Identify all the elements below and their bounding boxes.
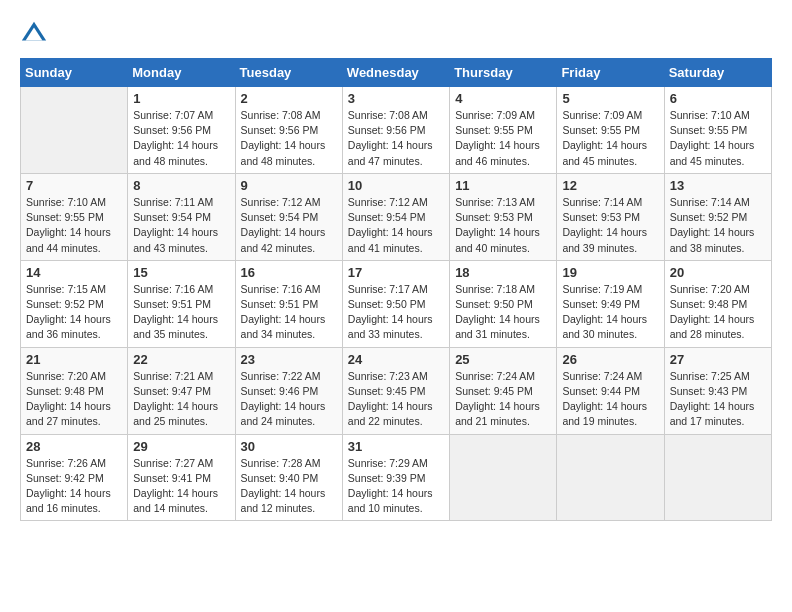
day-info: Sunrise: 7:25 AM Sunset: 9:43 PM Dayligh… (670, 369, 766, 430)
day-info: Sunrise: 7:20 AM Sunset: 9:48 PM Dayligh… (26, 369, 122, 430)
day-cell: 26Sunrise: 7:24 AM Sunset: 9:44 PM Dayli… (557, 347, 664, 434)
week-row-5: 28Sunrise: 7:26 AM Sunset: 9:42 PM Dayli… (21, 434, 772, 521)
day-cell: 11Sunrise: 7:13 AM Sunset: 9:53 PM Dayli… (450, 173, 557, 260)
day-cell: 28Sunrise: 7:26 AM Sunset: 9:42 PM Dayli… (21, 434, 128, 521)
day-info: Sunrise: 7:13 AM Sunset: 9:53 PM Dayligh… (455, 195, 551, 256)
day-info: Sunrise: 7:09 AM Sunset: 9:55 PM Dayligh… (455, 108, 551, 169)
day-info: Sunrise: 7:26 AM Sunset: 9:42 PM Dayligh… (26, 456, 122, 517)
day-number: 19 (562, 265, 658, 280)
day-info: Sunrise: 7:18 AM Sunset: 9:50 PM Dayligh… (455, 282, 551, 343)
day-info: Sunrise: 7:24 AM Sunset: 9:44 PM Dayligh… (562, 369, 658, 430)
day-number: 30 (241, 439, 337, 454)
day-number: 23 (241, 352, 337, 367)
day-info: Sunrise: 7:14 AM Sunset: 9:52 PM Dayligh… (670, 195, 766, 256)
day-number: 28 (26, 439, 122, 454)
day-cell: 24Sunrise: 7:23 AM Sunset: 9:45 PM Dayli… (342, 347, 449, 434)
day-info: Sunrise: 7:19 AM Sunset: 9:49 PM Dayligh… (562, 282, 658, 343)
day-info: Sunrise: 7:11 AM Sunset: 9:54 PM Dayligh… (133, 195, 229, 256)
day-number: 3 (348, 91, 444, 106)
calendar-table: SundayMondayTuesdayWednesdayThursdayFrid… (20, 58, 772, 521)
day-number: 14 (26, 265, 122, 280)
day-number: 5 (562, 91, 658, 106)
day-info: Sunrise: 7:16 AM Sunset: 9:51 PM Dayligh… (241, 282, 337, 343)
day-cell: 30Sunrise: 7:28 AM Sunset: 9:40 PM Dayli… (235, 434, 342, 521)
day-number: 13 (670, 178, 766, 193)
day-cell (450, 434, 557, 521)
day-number: 27 (670, 352, 766, 367)
day-cell: 5Sunrise: 7:09 AM Sunset: 9:55 PM Daylig… (557, 87, 664, 174)
day-cell: 6Sunrise: 7:10 AM Sunset: 9:55 PM Daylig… (664, 87, 771, 174)
day-number: 9 (241, 178, 337, 193)
day-info: Sunrise: 7:24 AM Sunset: 9:45 PM Dayligh… (455, 369, 551, 430)
day-number: 11 (455, 178, 551, 193)
header-cell-thursday: Thursday (450, 59, 557, 87)
day-info: Sunrise: 7:08 AM Sunset: 9:56 PM Dayligh… (241, 108, 337, 169)
day-info: Sunrise: 7:20 AM Sunset: 9:48 PM Dayligh… (670, 282, 766, 343)
page-header (20, 20, 772, 48)
day-number: 25 (455, 352, 551, 367)
day-info: Sunrise: 7:15 AM Sunset: 9:52 PM Dayligh… (26, 282, 122, 343)
day-number: 29 (133, 439, 229, 454)
day-number: 10 (348, 178, 444, 193)
day-info: Sunrise: 7:17 AM Sunset: 9:50 PM Dayligh… (348, 282, 444, 343)
day-number: 12 (562, 178, 658, 193)
day-info: Sunrise: 7:27 AM Sunset: 9:41 PM Dayligh… (133, 456, 229, 517)
header-cell-sunday: Sunday (21, 59, 128, 87)
day-cell: 1Sunrise: 7:07 AM Sunset: 9:56 PM Daylig… (128, 87, 235, 174)
day-info: Sunrise: 7:28 AM Sunset: 9:40 PM Dayligh… (241, 456, 337, 517)
day-info: Sunrise: 7:09 AM Sunset: 9:55 PM Dayligh… (562, 108, 658, 169)
day-number: 26 (562, 352, 658, 367)
day-cell: 8Sunrise: 7:11 AM Sunset: 9:54 PM Daylig… (128, 173, 235, 260)
day-cell (557, 434, 664, 521)
day-cell: 15Sunrise: 7:16 AM Sunset: 9:51 PM Dayli… (128, 260, 235, 347)
day-cell: 19Sunrise: 7:19 AM Sunset: 9:49 PM Dayli… (557, 260, 664, 347)
day-cell: 13Sunrise: 7:14 AM Sunset: 9:52 PM Dayli… (664, 173, 771, 260)
header-cell-monday: Monday (128, 59, 235, 87)
header-row: SundayMondayTuesdayWednesdayThursdayFrid… (21, 59, 772, 87)
day-number: 24 (348, 352, 444, 367)
day-number: 8 (133, 178, 229, 193)
day-cell: 21Sunrise: 7:20 AM Sunset: 9:48 PM Dayli… (21, 347, 128, 434)
day-info: Sunrise: 7:10 AM Sunset: 9:55 PM Dayligh… (670, 108, 766, 169)
day-cell: 3Sunrise: 7:08 AM Sunset: 9:56 PM Daylig… (342, 87, 449, 174)
day-number: 17 (348, 265, 444, 280)
week-row-3: 14Sunrise: 7:15 AM Sunset: 9:52 PM Dayli… (21, 260, 772, 347)
logo (20, 20, 52, 48)
header-cell-saturday: Saturday (664, 59, 771, 87)
day-cell (21, 87, 128, 174)
day-cell: 27Sunrise: 7:25 AM Sunset: 9:43 PM Dayli… (664, 347, 771, 434)
day-number: 4 (455, 91, 551, 106)
day-cell: 16Sunrise: 7:16 AM Sunset: 9:51 PM Dayli… (235, 260, 342, 347)
day-number: 1 (133, 91, 229, 106)
week-row-1: 1Sunrise: 7:07 AM Sunset: 9:56 PM Daylig… (21, 87, 772, 174)
day-number: 16 (241, 265, 337, 280)
day-cell: 10Sunrise: 7:12 AM Sunset: 9:54 PM Dayli… (342, 173, 449, 260)
day-cell: 7Sunrise: 7:10 AM Sunset: 9:55 PM Daylig… (21, 173, 128, 260)
day-cell: 2Sunrise: 7:08 AM Sunset: 9:56 PM Daylig… (235, 87, 342, 174)
day-info: Sunrise: 7:16 AM Sunset: 9:51 PM Dayligh… (133, 282, 229, 343)
week-row-2: 7Sunrise: 7:10 AM Sunset: 9:55 PM Daylig… (21, 173, 772, 260)
logo-icon (20, 20, 48, 48)
day-info: Sunrise: 7:29 AM Sunset: 9:39 PM Dayligh… (348, 456, 444, 517)
day-info: Sunrise: 7:08 AM Sunset: 9:56 PM Dayligh… (348, 108, 444, 169)
day-info: Sunrise: 7:10 AM Sunset: 9:55 PM Dayligh… (26, 195, 122, 256)
day-cell: 23Sunrise: 7:22 AM Sunset: 9:46 PM Dayli… (235, 347, 342, 434)
day-cell: 20Sunrise: 7:20 AM Sunset: 9:48 PM Dayli… (664, 260, 771, 347)
day-info: Sunrise: 7:14 AM Sunset: 9:53 PM Dayligh… (562, 195, 658, 256)
day-number: 7 (26, 178, 122, 193)
day-cell: 22Sunrise: 7:21 AM Sunset: 9:47 PM Dayli… (128, 347, 235, 434)
header-cell-friday: Friday (557, 59, 664, 87)
header-cell-wednesday: Wednesday (342, 59, 449, 87)
day-number: 22 (133, 352, 229, 367)
header-cell-tuesday: Tuesday (235, 59, 342, 87)
day-cell: 18Sunrise: 7:18 AM Sunset: 9:50 PM Dayli… (450, 260, 557, 347)
day-cell: 31Sunrise: 7:29 AM Sunset: 9:39 PM Dayli… (342, 434, 449, 521)
day-info: Sunrise: 7:07 AM Sunset: 9:56 PM Dayligh… (133, 108, 229, 169)
day-number: 20 (670, 265, 766, 280)
day-info: Sunrise: 7:12 AM Sunset: 9:54 PM Dayligh… (241, 195, 337, 256)
day-cell: 25Sunrise: 7:24 AM Sunset: 9:45 PM Dayli… (450, 347, 557, 434)
day-number: 15 (133, 265, 229, 280)
day-cell: 12Sunrise: 7:14 AM Sunset: 9:53 PM Dayli… (557, 173, 664, 260)
day-cell: 29Sunrise: 7:27 AM Sunset: 9:41 PM Dayli… (128, 434, 235, 521)
day-cell (664, 434, 771, 521)
